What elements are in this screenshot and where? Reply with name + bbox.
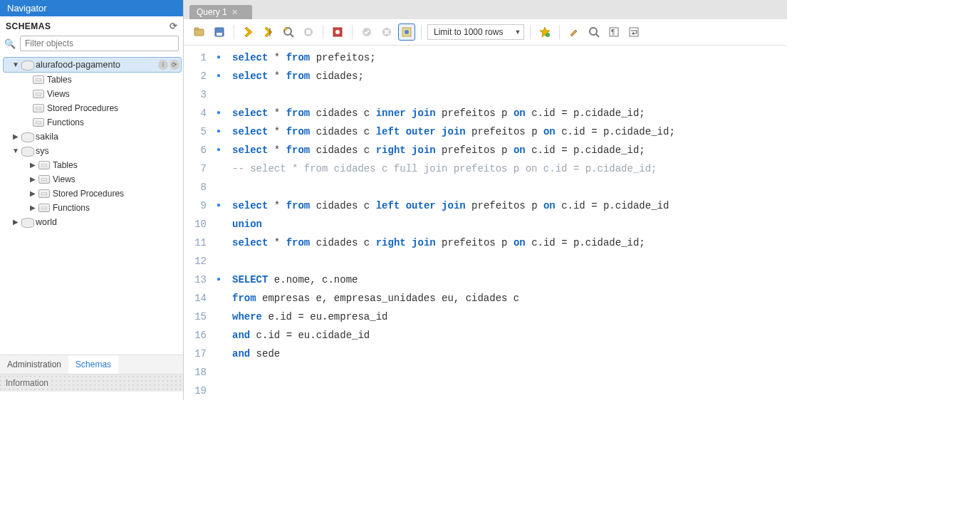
code-line[interactable]: where e.id = eu.empresa_id (225, 308, 787, 326)
limit-rows-select[interactable]: Limit to 1000 rows ▼ (427, 24, 524, 40)
code-line[interactable]: select * from cidades c left outer join … (225, 122, 787, 141)
folder-icon (38, 175, 50, 184)
tree-sys-views[interactable]: ▶ Views (3, 172, 182, 187)
db-item-alurafood[interactable]: ▼ alurafood-pagamento i⟳ (3, 57, 182, 73)
commit-icon[interactable] (358, 23, 375, 41)
code-line[interactable] (225, 382, 787, 400)
wrap-icon[interactable] (625, 23, 642, 41)
toggle-icon[interactable] (329, 23, 346, 41)
query-tab-1[interactable]: Query 1 ✕ (189, 5, 252, 19)
code-line[interactable]: SELECT e.nome, c.nome (225, 271, 787, 289)
statement-marker-icon: ● (212, 271, 225, 289)
tree-fn[interactable]: Functions (3, 115, 182, 130)
line-number: 2 (184, 67, 212, 85)
svg-marker-4 (245, 27, 252, 37)
tab-schemas[interactable]: Schemas (68, 355, 118, 374)
svg-rect-11 (306, 30, 311, 34)
save-icon[interactable] (211, 23, 228, 41)
line-number: 17 (184, 345, 212, 363)
invisible-chars-icon[interactable]: ¶ (605, 23, 622, 41)
code-line[interactable]: from empresas e, empresas_unidades eu, c… (225, 289, 787, 308)
code-line[interactable]: select * from cidades c left outer join … (225, 196, 787, 215)
line-number: 10 (184, 215, 212, 233)
code-line[interactable]: -- select * from cidades c full join pre… (225, 159, 787, 178)
execute-icon[interactable] (240, 23, 257, 41)
code-line[interactable] (225, 178, 787, 196)
info-pill[interactable]: i⟳ (157, 60, 179, 70)
navigator-bottom-tabs: Administration Schemas (0, 355, 183, 374)
schemas-label: SCHEMAS (6, 21, 51, 31)
tree-sys-fn[interactable]: ▶ Functions (3, 201, 182, 215)
line-number: 7 (184, 159, 212, 178)
folder-icon (33, 104, 44, 112)
line-number: 14 (184, 289, 212, 308)
code-line[interactable]: and c.id = eu.cidade_id (225, 326, 787, 345)
code-line[interactable]: select * from cidades; (225, 67, 787, 85)
tree-sys-sp[interactable]: ▶ Stored Procedures (3, 187, 182, 201)
line-number: 11 (184, 233, 212, 252)
code-line[interactable]: select * from cidades c right join prefe… (225, 233, 787, 252)
svg-point-19 (405, 30, 409, 34)
line-number: 8 (184, 178, 212, 196)
svg-point-21 (546, 33, 550, 37)
tree-sys-tables[interactable]: ▶ Tables (3, 158, 182, 172)
open-file-icon[interactable] (191, 23, 208, 41)
line-number: 16 (184, 326, 212, 345)
line-number: 13 (184, 271, 212, 289)
line-number: 12 (184, 252, 212, 271)
schema-tree: ▼ alurafood-pagamento i⟳ Tables Views St… (0, 56, 183, 355)
beautify-icon[interactable] (565, 23, 583, 41)
explain-icon[interactable] (280, 23, 297, 41)
svg-line-23 (596, 34, 599, 37)
tree-sp[interactable]: Stored Procedures (3, 101, 182, 115)
db-item-sakila[interactable]: ▶ sakila (3, 130, 182, 144)
code-line[interactable]: union (225, 215, 787, 233)
tree-views[interactable]: Views (3, 87, 182, 101)
db-item-sys[interactable]: ▼ sys (3, 144, 182, 158)
svg-rect-3 (217, 33, 222, 36)
execute-script-icon[interactable] (260, 23, 277, 41)
chevron-down-icon: ▼ (514, 28, 521, 36)
svg-point-22 (590, 28, 597, 35)
search-icon[interactable] (585, 23, 603, 41)
favorite-icon[interactable] (536, 23, 553, 41)
navigator-title: Navigator (0, 0, 183, 16)
tab-administration[interactable]: Administration (0, 355, 68, 374)
statement-marker-icon: ● (212, 141, 225, 159)
sql-editor[interactable]: 1●select * from prefeitos;2●select * fro… (184, 46, 787, 400)
line-number: 4 (184, 104, 212, 122)
database-icon (21, 132, 33, 142)
folder-icon (33, 118, 44, 127)
search-icon: 🔍 (4, 38, 16, 49)
line-number: 1 (184, 48, 212, 67)
stop-icon[interactable] (300, 23, 317, 41)
navigator-panel: Navigator SCHEMAS ⟳ 🔍 ▼ alurafood-pagame… (0, 0, 184, 400)
refresh-icon[interactable]: ⟳ (170, 21, 178, 31)
folder-icon (38, 204, 50, 212)
statement-marker-icon: ● (212, 122, 225, 141)
line-number: 9 (184, 196, 212, 215)
code-line[interactable] (225, 252, 787, 271)
code-line[interactable]: select * from cidades c inner join prefe… (225, 104, 787, 122)
filter-objects-input[interactable] (20, 36, 179, 51)
statement-marker-icon: ● (212, 67, 225, 85)
code-line[interactable]: and sede (225, 345, 787, 363)
statement-marker-icon: ● (212, 104, 225, 122)
code-line[interactable] (225, 85, 787, 104)
editor-panel: Query 1 ✕ (184, 0, 787, 400)
svg-rect-1 (194, 28, 199, 30)
query-tabs: Query 1 ✕ (184, 0, 787, 19)
code-line[interactable]: select * from prefeitos; (225, 48, 787, 67)
rollback-icon[interactable] (378, 23, 395, 41)
database-icon (21, 146, 33, 156)
tree-tables[interactable]: Tables (3, 73, 182, 87)
db-item-world[interactable]: ▶ world (3, 215, 182, 229)
code-line[interactable] (225, 363, 787, 382)
autocommit-icon[interactable] (398, 23, 415, 41)
close-icon[interactable]: ✕ (231, 8, 238, 17)
statement-marker-icon: ● (212, 196, 225, 215)
line-number: 19 (184, 382, 212, 400)
information-header: Information (0, 374, 183, 392)
code-line[interactable]: select * from cidades c right join prefe… (225, 141, 787, 159)
schemas-header: SCHEMAS ⟳ (0, 16, 183, 36)
